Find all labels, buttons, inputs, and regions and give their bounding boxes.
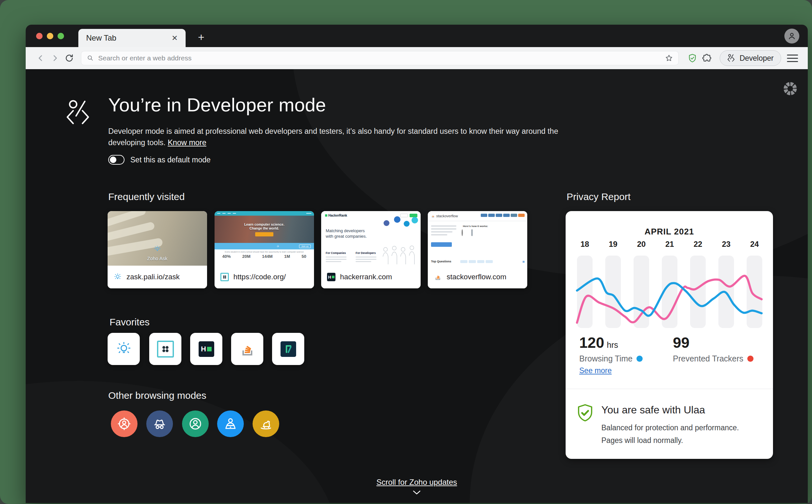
card-divider <box>565 389 773 389</box>
bookmark-star-icon[interactable] <box>665 54 673 62</box>
chevron-down-icon[interactable] <box>412 490 421 495</box>
address-bar[interactable] <box>81 51 679 65</box>
code-org-icon <box>221 273 229 281</box>
new-tab-button[interactable]: + <box>198 31 205 43</box>
frequent-site-card-code-org[interactable]: Learn computer science. Change the world… <box>215 211 314 288</box>
minimize-window-button[interactable] <box>47 33 53 39</box>
day-label: 22 <box>685 240 711 249</box>
stackoverflow-tour-button <box>431 242 452 247</box>
browser-window: New Tab ✕ + <box>26 25 808 503</box>
how-it-works-icons <box>462 230 481 236</box>
favorite-zoho-ask[interactable] <box>108 333 140 365</box>
tab-close-icon[interactable]: ✕ <box>171 34 178 43</box>
favorite-stackoverflow[interactable] <box>231 333 263 365</box>
maximize-window-button[interactable] <box>57 33 64 39</box>
segmented-ring-icon <box>784 82 797 95</box>
social-circle <box>404 221 410 227</box>
frequent-site-card-zask[interactable]: Zoho Ask zask.pali.io/zask <box>108 211 207 288</box>
focus-mode-button[interactable] <box>111 410 137 437</box>
day-label: 23 <box>713 240 739 249</box>
privacy-report-card: APRIL 2021 18 19 20 21 22 23 24 <box>565 211 773 459</box>
question-tags <box>460 260 493 263</box>
code-org-headline: Learn computer science. <box>244 222 285 226</box>
person-laptop-icon <box>223 416 238 431</box>
close-window-button[interactable] <box>36 33 43 39</box>
day-label: 21 <box>657 240 683 249</box>
profile-avatar[interactable] <box>784 29 799 44</box>
scroll-for-updates-link[interactable]: Scroll for Zoho updates <box>376 478 457 487</box>
favorite-code-org[interactable] <box>149 333 181 365</box>
stat-value: 50 <box>302 254 306 259</box>
puzzle-icon <box>702 53 712 63</box>
developer-mode-button[interactable]: Developer <box>720 50 781 66</box>
developer-mode-icon <box>727 54 736 62</box>
social-circle <box>394 216 400 223</box>
day-label: 18 <box>572 240 598 249</box>
rocking-horse-icon <box>259 416 273 431</box>
kids-mode-button[interactable] <box>253 410 279 437</box>
safe-title: You are safe with Ulaa <box>601 404 705 416</box>
private-mode-button[interactable] <box>146 410 173 437</box>
see-more-link[interactable]: See more <box>579 366 612 375</box>
code-org-stats-row: 40% 20M 144M 1M 50 <box>217 254 312 259</box>
stat-value: 144M <box>262 254 273 259</box>
reload-button[interactable] <box>62 51 76 65</box>
default-mode-toggle[interactable] <box>108 155 124 165</box>
code-org-cta-button <box>255 232 273 236</box>
site-safety-shield-icon[interactable] <box>685 51 700 65</box>
hackerrank-icon: H <box>327 273 336 281</box>
browsing-time-label: Browsing Time <box>579 354 633 363</box>
menu-button[interactable] <box>787 55 798 62</box>
window-controls <box>36 33 64 39</box>
forward-button[interactable] <box>48 51 62 65</box>
personal-mode-button[interactable] <box>182 410 209 437</box>
network-questions-link: ▦ <box>522 260 525 263</box>
work-mode-button[interactable] <box>217 410 244 437</box>
extensions-button[interactable] <box>700 51 714 65</box>
day-label: 19 <box>600 240 626 249</box>
site-label-bar: https://code.org/ <box>215 266 314 288</box>
favorite-frontend-mentor[interactable] <box>272 333 304 365</box>
customize-wheel-icon[interactable] <box>784 82 797 95</box>
stackoverflow-icon <box>239 341 256 358</box>
focus-mode-icon <box>117 416 132 431</box>
back-button[interactable] <box>33 51 48 65</box>
stat-value: 1M <box>284 254 290 259</box>
safe-body: Balanced for protection and performance.… <box>601 422 744 447</box>
hackerrank-logo: HackerRank <box>325 214 347 217</box>
site-thumbnail-zoho-ask: Zoho Ask <box>108 211 207 266</box>
site-thumbnail-code-org: Learn computer science. Change the world… <box>215 211 314 266</box>
prevented-trackers-value: 99 <box>673 334 690 351</box>
toggle-knob <box>110 157 116 163</box>
prevented-trackers-label-row: Prevented Trackers <box>673 354 754 363</box>
tab-new-tab[interactable]: New Tab ✕ <box>78 29 185 47</box>
person-circle-icon <box>188 416 203 431</box>
tab-title: New Tab <box>86 33 116 43</box>
site-url: zask.pali.io/zask <box>126 273 180 281</box>
know-more-link[interactable]: Know more <box>168 138 207 147</box>
prevented-trackers-label: Prevented Trackers <box>673 354 743 363</box>
shield-check-icon <box>688 53 697 63</box>
favorite-hackerrank[interactable]: H <box>190 333 222 365</box>
search-input[interactable] <box>97 54 665 62</box>
zoho-ask-bulb-icon <box>113 273 122 281</box>
stat-value: 20M <box>242 254 250 259</box>
privacy-report-title: Privacy Report <box>566 191 631 202</box>
day-label: 20 <box>628 240 654 249</box>
chart-month-label: APRIL 2021 <box>565 227 773 237</box>
frequent-site-card-hackerrank[interactable]: HackerRank Matching developers with grea… <box>321 211 421 288</box>
code-org-join-button: Join us <box>299 245 311 248</box>
developer-mode-label: Developer <box>740 54 774 63</box>
developer-mode-hero-icon <box>65 99 93 127</box>
airplane-icon: ✈ <box>277 245 279 248</box>
for-companies-column: For Companies <box>326 249 347 262</box>
search-icon <box>86 54 94 62</box>
social-circle <box>384 220 389 226</box>
zoho-ask-bulb-icon <box>116 341 132 357</box>
code-org-headline2: Change the world. <box>249 226 279 230</box>
incognito-icon <box>152 416 167 431</box>
site-label-bar: H hackerrank.com <box>321 266 421 288</box>
frequent-site-card-stackoverflow[interactable]: stackoverflow Here’s how it works: Top Q <box>428 211 527 288</box>
site-url: stackoverflow.com <box>447 273 506 281</box>
for-developers-column: For Developers <box>356 249 376 262</box>
